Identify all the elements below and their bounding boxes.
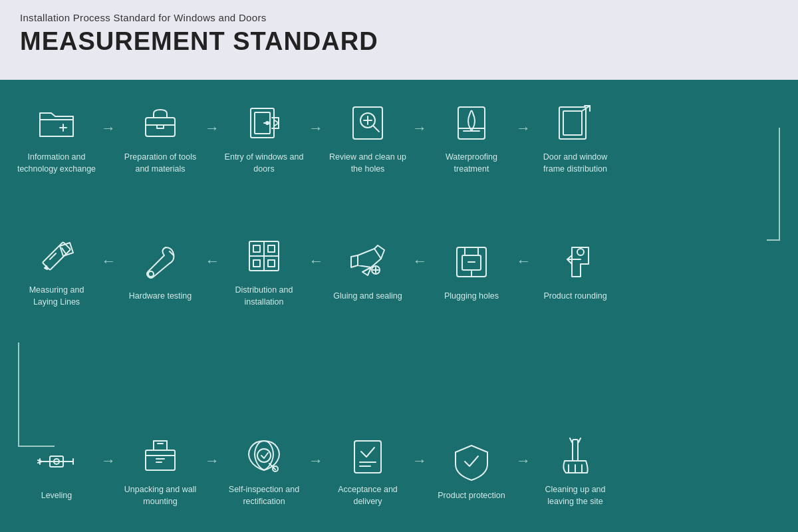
door-entry-icon xyxy=(241,100,287,146)
step-unpacking-mounting: Unpacking and wall mounting xyxy=(117,432,203,507)
step12-label: Product rounding xyxy=(543,291,606,303)
arrow-left3: → xyxy=(309,253,323,270)
step-frame-dist: Door and window frame distribution xyxy=(532,100,618,175)
v-connector-left1 xyxy=(18,342,19,446)
arrow1: → xyxy=(101,120,116,137)
arrow4: → xyxy=(412,120,427,137)
step2-label: Preparation of tools and materials xyxy=(120,152,200,175)
svg-rect-29 xyxy=(146,450,175,470)
broom-icon xyxy=(552,432,598,479)
subtitle: Installation Process Standard for Window… xyxy=(20,12,778,23)
step3-label: Entry of windows and doors xyxy=(224,152,304,175)
step9-label: Distribution and installation xyxy=(224,285,304,308)
pin-round-icon xyxy=(552,239,598,285)
arrow3: → xyxy=(309,120,323,137)
step-info-tech: Information and technology exchange xyxy=(13,100,100,175)
step-self-inspect: Self-inspection and rectification xyxy=(221,432,307,507)
step6-label: Door and window frame distribution xyxy=(535,152,615,175)
folder-icon xyxy=(33,100,80,146)
svg-line-11 xyxy=(53,253,56,256)
h-connector-right1 xyxy=(767,239,780,241)
arrow-left2: → xyxy=(205,253,219,270)
plug-square-icon xyxy=(448,239,495,285)
row2: Measuring and Laying Lines → Hardware te… xyxy=(13,233,618,308)
arrow-left4: → xyxy=(412,253,427,270)
step14-label: Unpacking and wall mounting xyxy=(120,484,200,507)
arrow-r4: → xyxy=(412,452,427,469)
step4-label: Review and clean up the holes xyxy=(328,152,408,175)
step15-label: Self-inspection and rectification xyxy=(224,484,304,507)
svg-line-10 xyxy=(50,257,53,259)
svg-rect-8 xyxy=(563,111,582,135)
process-diagram: Information and technology exchange → Pr… xyxy=(0,80,798,532)
step-tools-materials: Preparation of tools and materials xyxy=(117,100,203,175)
self-inspect-icon xyxy=(241,432,287,479)
svg-rect-33 xyxy=(573,440,578,461)
step7-label: Measuring and Laying Lines xyxy=(17,285,96,308)
step-acceptance: Acceptance and delivery xyxy=(325,432,411,507)
svg-rect-0 xyxy=(146,118,175,136)
step-hardware-test: Hardware testing xyxy=(117,239,203,303)
step-measuring: Measuring and Laying Lines xyxy=(13,233,100,308)
svg-point-26 xyxy=(577,249,584,255)
step-waterproofing: Waterproofing treatment xyxy=(428,100,515,175)
svg-point-30 xyxy=(257,449,271,462)
svg-rect-32 xyxy=(354,441,381,473)
step-leveling: Leveling xyxy=(13,438,100,502)
main-title: MEASUREMENT STANDARD xyxy=(20,27,778,56)
toolbox-icon xyxy=(137,100,184,146)
v-connector-right1 xyxy=(779,128,780,241)
step1-label: Information and technology exchange xyxy=(17,152,96,175)
step13-label: Leveling xyxy=(41,490,72,502)
row3: Leveling → Unpacking and wall mounting → xyxy=(13,432,618,507)
step-product-rounding: Product rounding xyxy=(532,239,618,303)
step16-label: Acceptance and delivery xyxy=(328,484,408,507)
level-icon xyxy=(33,438,80,485)
arrow5: → xyxy=(516,120,531,137)
arrow2: → xyxy=(205,120,219,137)
svg-point-3 xyxy=(266,122,269,124)
grid-install-icon xyxy=(241,233,287,279)
unpack-icon xyxy=(137,432,184,479)
arrow-left1: → xyxy=(101,253,116,270)
arrow-left5: → xyxy=(516,253,531,270)
step17-label: Product protection xyxy=(438,490,505,502)
step5-label: Waterproofing treatment xyxy=(432,152,511,175)
step-entry-doors: Entry of windows and doors xyxy=(221,100,307,175)
arrow-r2: → xyxy=(205,452,219,469)
page-header: Installation Process Standard for Window… xyxy=(0,0,798,80)
shield-check-icon xyxy=(448,438,495,485)
row1: Information and technology exchange → Pr… xyxy=(13,100,618,175)
arrow-r5: → xyxy=(516,452,531,469)
svg-rect-18 xyxy=(253,260,260,267)
step11-label: Plugging holes xyxy=(444,291,499,303)
magnifier-icon xyxy=(344,100,391,146)
glue-gun-icon xyxy=(344,239,391,285)
ruler-pencil-icon xyxy=(33,233,80,279)
step18-label: Cleaning up and leaving the site xyxy=(535,484,615,507)
step-distribution-install: Distribution and installation xyxy=(221,233,307,308)
step-cleaning: Cleaning up and leaving the site xyxy=(532,432,618,507)
step-review-holes: Review and clean up the holes xyxy=(325,100,411,175)
arrow-r3: → xyxy=(309,452,323,469)
frame-export-icon xyxy=(552,100,598,146)
svg-rect-19 xyxy=(268,260,275,267)
step-product-protection: Product protection xyxy=(428,438,515,502)
step-gluing-sealing: Gluing and sealing xyxy=(325,239,411,303)
step10-label: Gluing and sealing xyxy=(333,291,402,303)
svg-rect-16 xyxy=(253,245,260,252)
wrench-icon xyxy=(137,239,184,285)
svg-rect-17 xyxy=(268,245,275,252)
svg-rect-6 xyxy=(458,107,485,139)
step-plugging-holes: Plugging holes xyxy=(428,239,515,303)
step8-label: Hardware testing xyxy=(129,291,192,303)
waterproof-icon xyxy=(448,100,495,146)
arrow-r1: → xyxy=(101,452,116,469)
accept-icon xyxy=(344,432,391,479)
svg-point-12 xyxy=(148,271,154,277)
